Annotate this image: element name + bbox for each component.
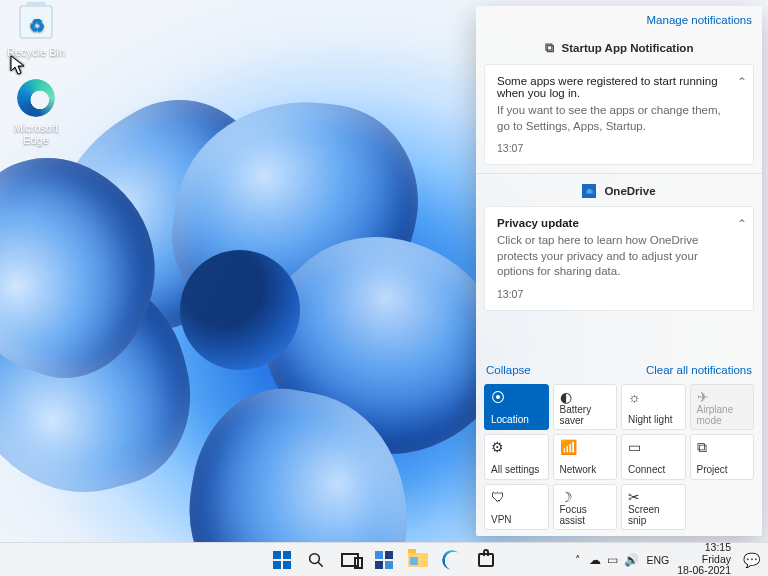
language-indicator[interactable]: ENG xyxy=(647,554,670,566)
notification-time: 13:07 xyxy=(497,288,729,300)
quick-action-screen-snip[interactable]: ✂ Screen snip xyxy=(621,484,686,530)
start-button[interactable] xyxy=(267,545,297,575)
action-center-footer: Collapse Clear all notifications xyxy=(476,356,762,384)
battery-saver-icon: ◐ xyxy=(560,390,611,404)
task-view-icon xyxy=(341,553,359,567)
widgets-icon xyxy=(375,551,393,569)
notification-body: If you want to see the apps or change th… xyxy=(497,103,729,134)
action-center: Manage notifications ⧉ Startup App Notif… xyxy=(476,6,762,536)
notification-group-title: OneDrive xyxy=(604,185,655,197)
desktop-icon-label: Microsoft Edge xyxy=(14,122,59,146)
quick-action-vpn[interactable]: 🛡 VPN xyxy=(484,484,549,530)
notification-body: Click or tap here to learn how OneDrive … xyxy=(497,233,729,280)
quick-action-location[interactable]: ⦿ Location xyxy=(484,384,549,430)
collapse-notification-icon[interactable]: ⌃ xyxy=(737,217,747,231)
network-tray-icon[interactable]: ▭ xyxy=(607,553,618,567)
search-icon xyxy=(307,551,325,569)
search-button[interactable] xyxy=(301,545,331,575)
clear-all-notifications-link[interactable]: Clear all notifications xyxy=(646,364,752,376)
edge-taskbar-button[interactable] xyxy=(437,545,467,575)
connect-icon: ▭ xyxy=(628,440,679,454)
mouse-cursor xyxy=(10,55,26,75)
notification-card[interactable]: ⌃ Privacy update Click or tap here to le… xyxy=(484,206,754,311)
edge-icon xyxy=(442,550,462,570)
svg-line-1 xyxy=(318,562,323,567)
notification-title: Privacy update xyxy=(497,217,729,229)
project-icon: ⧉ xyxy=(697,440,748,454)
screen-snip-icon: ✂ xyxy=(628,490,679,504)
quick-action-all-settings[interactable]: ⚙ All settings xyxy=(484,434,549,480)
quick-action-airplane-mode[interactable]: ✈ Airplane mode xyxy=(690,384,755,430)
taskbar-center xyxy=(267,545,501,575)
task-view-button[interactable] xyxy=(335,545,365,575)
store-icon xyxy=(478,553,494,567)
start-icon xyxy=(273,551,291,569)
focus-assist-icon: ☽ xyxy=(560,490,611,504)
notification-group-onedrive: OneDrive ⌃ Privacy update Click or tap h… xyxy=(476,174,762,319)
quick-action-connect[interactable]: ▭ Connect xyxy=(621,434,686,480)
night-light-icon: ☼ xyxy=(628,390,679,404)
notification-group-title: Startup App Notification xyxy=(562,42,694,54)
clock-date: 18-06-2021 xyxy=(677,565,731,576)
notification-card[interactable]: ⌃ Some apps were registered to start run… xyxy=(484,64,754,165)
tray-overflow-button[interactable]: ˄ xyxy=(575,554,581,566)
manage-notifications-link[interactable]: Manage notifications xyxy=(476,6,762,30)
quick-actions-grid: ⦿ Location ◐ Battery saver ☼ Night light… xyxy=(476,384,762,536)
airplane-icon: ✈ xyxy=(697,390,748,404)
quick-action-project[interactable]: ⧉ Project xyxy=(690,434,755,480)
wallpaper-bloom xyxy=(30,80,490,510)
quick-action-night-light[interactable]: ☼ Night light xyxy=(621,384,686,430)
recycle-icon: ♻ xyxy=(29,15,45,37)
file-explorer-icon xyxy=(408,553,428,567)
onedrive-tray-icon[interactable]: ☁ xyxy=(589,553,601,567)
quick-action-network[interactable]: 📶 Network xyxy=(553,434,618,480)
startup-apps-icon: ⧉ xyxy=(545,40,554,56)
desktop-icon-recycle-bin[interactable]: ♻ Recycle Bin xyxy=(4,2,68,58)
widgets-button[interactable] xyxy=(369,545,399,575)
location-icon: ⦿ xyxy=(491,390,542,404)
gear-icon: ⚙ xyxy=(491,440,542,454)
quick-action-focus-assist[interactable]: ☽ Focus assist xyxy=(553,484,618,530)
collapse-quick-actions-link[interactable]: Collapse xyxy=(486,364,531,376)
desktop-icon-label: Recycle Bin xyxy=(7,46,65,58)
onedrive-icon xyxy=(582,184,596,198)
edge-icon xyxy=(17,79,55,117)
action-center-button[interactable]: 💬 xyxy=(739,550,764,570)
collapse-notification-icon[interactable]: ⌃ xyxy=(737,75,747,89)
system-tray: ☁ ▭ 🔊 xyxy=(589,553,639,567)
desktop-icon-edge[interactable]: Microsoft Edge xyxy=(4,78,68,146)
volume-tray-icon[interactable]: 🔊 xyxy=(624,553,639,567)
file-explorer-button[interactable] xyxy=(403,545,433,575)
taskbar: ˄ ☁ ▭ 🔊 ENG 13:15 Friday 18-06-2021 💬 xyxy=(0,542,768,576)
taskbar-clock[interactable]: 13:15 Friday 18-06-2021 xyxy=(677,542,731,576)
store-button[interactable] xyxy=(471,545,501,575)
notification-group-startup: ⧉ Startup App Notification ⌃ Some apps w… xyxy=(476,30,762,174)
vpn-icon: 🛡 xyxy=(491,490,542,504)
taskbar-right: ˄ ☁ ▭ 🔊 ENG 13:15 Friday 18-06-2021 💬 xyxy=(575,542,764,576)
svg-point-0 xyxy=(310,553,320,563)
desktop[interactable]: ♻ Recycle Bin Microsoft Edge Manage noti… xyxy=(0,0,768,576)
notification-title: Some apps were registered to start runni… xyxy=(497,75,729,99)
notification-time: 13:07 xyxy=(497,142,729,154)
quick-action-battery-saver[interactable]: ◐ Battery saver xyxy=(553,384,618,430)
network-icon: 📶 xyxy=(560,440,611,454)
clock-time: 13:15 xyxy=(677,542,731,554)
